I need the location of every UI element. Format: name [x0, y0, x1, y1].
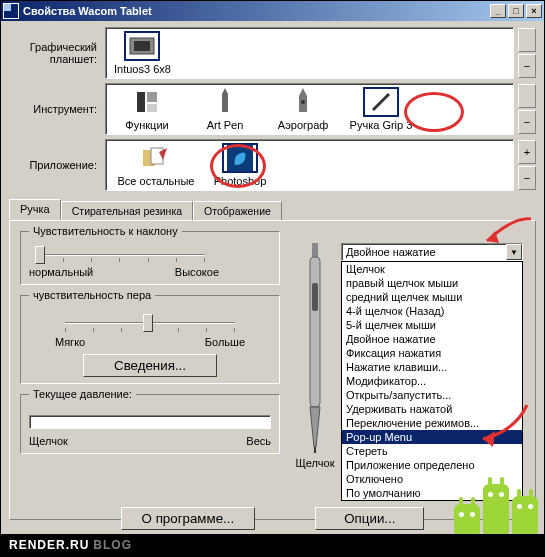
- dropdown-option[interactable]: Открыть/запустить...: [342, 388, 522, 402]
- tablet-item-label: Intuos3 6x8: [114, 63, 171, 75]
- dropdown-option[interactable]: Нажатие клавиши...: [342, 360, 522, 374]
- dropdown-option[interactable]: Pop-up Menu: [342, 430, 522, 444]
- pressure-bar: [29, 415, 271, 429]
- options-button[interactable]: Опции...: [315, 507, 424, 530]
- tool-item-airbrush[interactable]: Аэрограф: [264, 85, 342, 133]
- tilt-high-label: Высокое: [175, 266, 219, 278]
- dropdown-option[interactable]: Щелчок: [342, 262, 522, 276]
- tablet-remove-button[interactable]: −: [518, 54, 536, 78]
- svg-rect-2: [137, 92, 145, 112]
- svg-line-6: [373, 94, 389, 110]
- dropdown-arrow-icon[interactable]: ▼: [506, 244, 522, 260]
- app-add-button[interactable]: +: [518, 140, 536, 164]
- app-row-label: Приложение:: [9, 159, 101, 171]
- dropdown-option[interactable]: 5-й щелчек мыши: [342, 318, 522, 332]
- tip-slider[interactable]: [65, 322, 235, 324]
- dropdown-option[interactable]: Модификатор...: [342, 374, 522, 388]
- pressure-group: Текущее давление: Щелчок Весь: [20, 394, 280, 454]
- button-function-dropdown[interactable]: Двойное нажатие ▼ Щелчокправый щелчок мы…: [341, 243, 523, 501]
- svg-rect-12: [312, 283, 318, 311]
- window-title: Свойства Wacom Tablet: [23, 5, 490, 17]
- app-icon: [3, 3, 19, 19]
- footer-site: RENDER.RU: [9, 538, 89, 552]
- grippen-icon: [363, 87, 399, 117]
- tool-item-label: Art Pen: [207, 119, 244, 131]
- tool-add-button[interactable]: [518, 84, 536, 108]
- photoshop-icon: [222, 143, 258, 173]
- details-button[interactable]: Сведения...: [83, 354, 217, 377]
- tool-remove-button[interactable]: −: [518, 110, 536, 134]
- all-apps-icon: [138, 143, 174, 173]
- tablet-row-label: Графический планшет:: [9, 41, 101, 65]
- tool-item-grippen[interactable]: Ручка Grip 3: [342, 85, 420, 133]
- functions-icon: [129, 87, 165, 117]
- svg-rect-10: [312, 243, 318, 257]
- about-button[interactable]: О программе...: [121, 507, 256, 530]
- dropdown-option[interactable]: 4-й щелчок (Назад): [342, 304, 522, 318]
- footer-sub: BLOG: [93, 538, 132, 552]
- tilt-low-label: нормальный: [29, 266, 93, 278]
- pressure-title: Текущее давление:: [29, 388, 136, 400]
- svg-rect-11: [310, 257, 320, 407]
- tilt-title: Чувствительность к наклону: [29, 225, 182, 237]
- dropdown-option[interactable]: Приложение определено: [342, 458, 522, 472]
- tip-low-label: Мягко: [55, 336, 85, 348]
- app-item-label: Photoshop: [214, 175, 267, 187]
- tab-eraser[interactable]: Стирательная резинка: [61, 201, 193, 220]
- dropdown-option[interactable]: Удерживать нажатой: [342, 402, 522, 416]
- dropdown-option[interactable]: Двойное нажатие: [342, 332, 522, 346]
- footer-watermark: RENDER.RU BLOG: [1, 534, 544, 556]
- dropdown-option[interactable]: правый щелчок мыши: [342, 276, 522, 290]
- mascot-logo: [454, 484, 538, 534]
- pressure-low-label: Щелчок: [29, 435, 68, 447]
- dropdown-option[interactable]: Стереть: [342, 444, 522, 458]
- dropdown-option[interactable]: средний щелчек мыши: [342, 290, 522, 304]
- minimize-button[interactable]: _: [490, 4, 506, 18]
- tool-item-artpen[interactable]: Art Pen: [186, 85, 264, 133]
- dropdown-option[interactable]: Переключение режимов...: [342, 416, 522, 430]
- tool-item-functions[interactable]: Функции: [108, 85, 186, 133]
- tip-high-label: Больше: [205, 336, 245, 348]
- tip-title: чувствительность пера: [29, 289, 155, 301]
- svg-rect-3: [147, 92, 157, 102]
- svg-rect-4: [147, 104, 157, 112]
- titlebar[interactable]: Свойства Wacom Tablet _ □ ×: [1, 1, 544, 21]
- tablet-add-button[interactable]: [518, 28, 536, 52]
- artpen-icon: [207, 87, 243, 117]
- tab-pen[interactable]: Ручка: [9, 199, 61, 220]
- svg-rect-13: [314, 447, 316, 453]
- app-item-photoshop[interactable]: Photoshop: [204, 141, 276, 189]
- tool-row-label: Инструмент:: [9, 103, 101, 115]
- app-list: Все остальные Photoshop: [105, 139, 514, 191]
- tilt-slider[interactable]: [35, 254, 205, 256]
- dropdown-selected: Двойное нажатие: [346, 246, 436, 258]
- tablet-list: Intuos3 6x8: [105, 27, 514, 79]
- tilt-group: Чувствительность к наклону нормальный Вы…: [20, 231, 280, 285]
- tablet-icon: [124, 31, 160, 61]
- app-remove-button[interactable]: −: [518, 166, 536, 190]
- tool-item-label: Функции: [125, 119, 168, 131]
- pen-diagram: Щелчок: [294, 243, 336, 469]
- svg-point-5: [301, 100, 305, 104]
- app-item-all[interactable]: Все остальные: [108, 141, 204, 189]
- tip-group: чувствительность пера Мягко Больше Сведе…: [20, 295, 280, 384]
- tablet-item-intuos[interactable]: Intuos3 6x8: [108, 29, 177, 77]
- pressure-high-label: Весь: [246, 435, 271, 447]
- airbrush-icon: [285, 87, 321, 117]
- app-item-label: Все остальные: [118, 175, 195, 187]
- tool-list: Функции Art Pen Аэрограф Ручка Grip 3: [105, 83, 514, 135]
- svg-rect-1: [134, 41, 150, 51]
- pen-tab-panel: Чувствительность к наклону нормальный Вы…: [9, 220, 536, 520]
- tab-mapping[interactable]: Отображение: [193, 201, 282, 220]
- close-button[interactable]: ×: [526, 4, 542, 18]
- dropdown-list: Щелчокправый щелчок мышисредний щелчек м…: [341, 261, 523, 501]
- pen-tip-label: Щелчок: [296, 457, 335, 469]
- tool-item-label: Ручка Grip 3: [350, 119, 413, 131]
- maximize-button[interactable]: □: [508, 4, 524, 18]
- dropdown-option[interactable]: Фиксация нажатия: [342, 346, 522, 360]
- tool-item-label: Аэрограф: [278, 119, 329, 131]
